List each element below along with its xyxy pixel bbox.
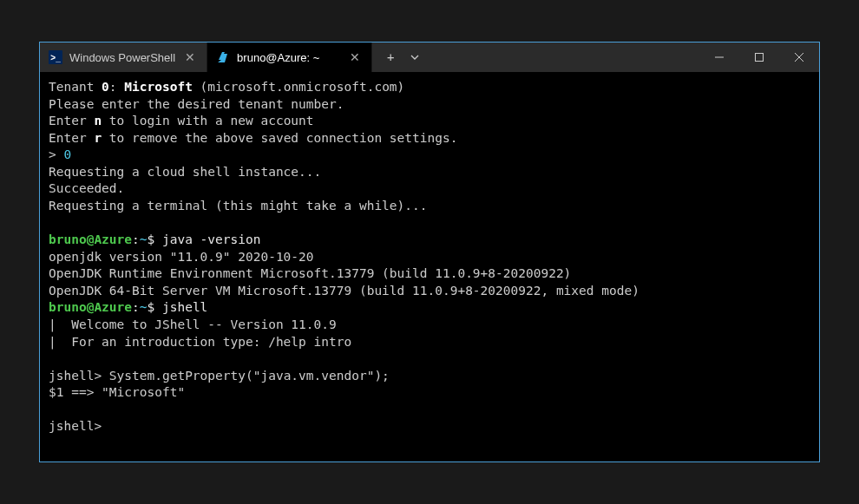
tabs-container: >_ Windows PowerShell ✕ bruno@Azure: ~ ✕… (40, 43, 699, 72)
minimize-button[interactable] (699, 43, 739, 72)
terminal-line: Enter n to login with a new account (49, 113, 810, 130)
terminal-line: Enter r to remove the above saved connec… (49, 130, 810, 147)
terminal-line: Requesting a cloud shell instance... (49, 164, 810, 181)
terminal-line: OpenJDK Runtime Environment Microsoft.13… (49, 265, 810, 283)
new-tab-button[interactable]: + (379, 46, 402, 69)
blank-line (49, 402, 810, 419)
azure-icon (216, 50, 230, 64)
svg-rect-1 (756, 54, 764, 62)
terminal-line: > 0 (49, 147, 810, 164)
close-icon[interactable]: ✕ (347, 49, 363, 65)
terminal-line: Requesting a terminal (this might take a… (49, 198, 810, 215)
terminal-line: openjdk version "11.0.9" 2020-10-20 (49, 249, 810, 266)
tab-dropdown-button[interactable] (403, 46, 426, 69)
tab-azure[interactable]: bruno@Azure: ~ ✕ (207, 43, 372, 72)
terminal-line: | For an introduction type: /help intro (49, 334, 810, 351)
terminal-line: | Welcome to JShell -- Version 11.0.9 (49, 317, 810, 334)
close-icon[interactable]: ✕ (182, 49, 198, 65)
terminal-body[interactable]: Tenant 0: Microsoft (microsoft.onmicroso… (40, 72, 819, 461)
close-button[interactable] (779, 43, 819, 72)
prompt-line: bruno@Azure:~$ jshell (49, 299, 810, 317)
maximize-button[interactable] (739, 43, 779, 72)
terminal-line: Tenant 0: Microsoft (microsoft.onmicroso… (49, 79, 810, 96)
terminal-line: Succeeded. (49, 180, 810, 198)
terminal-line: OpenJDK 64-Bit Server VM Microsoft.13779… (49, 283, 810, 300)
terminal-line: $1 ==> "Microsoft" (49, 384, 810, 402)
powershell-icon: >_ (49, 50, 62, 64)
tab-title: Windows PowerShell (69, 51, 175, 64)
tab-actions: + (372, 43, 433, 72)
terminal-line: Please enter the desired tenant number. (49, 96, 810, 114)
titlebar: >_ Windows PowerShell ✕ bruno@Azure: ~ ✕… (40, 43, 819, 72)
jshell-prompt: jshell> (49, 418, 810, 435)
window-controls (699, 43, 819, 72)
tab-powershell[interactable]: >_ Windows PowerShell ✕ (40, 43, 207, 72)
jshell-line: jshell> System.getProperty("java.vm.vend… (49, 368, 810, 385)
blank-line (49, 350, 810, 368)
tab-title: bruno@Azure: ~ (237, 51, 340, 64)
blank-line (49, 215, 810, 232)
terminal-window: >_ Windows PowerShell ✕ bruno@Azure: ~ ✕… (39, 42, 820, 462)
prompt-line: bruno@Azure:~$ java -version (49, 232, 810, 249)
